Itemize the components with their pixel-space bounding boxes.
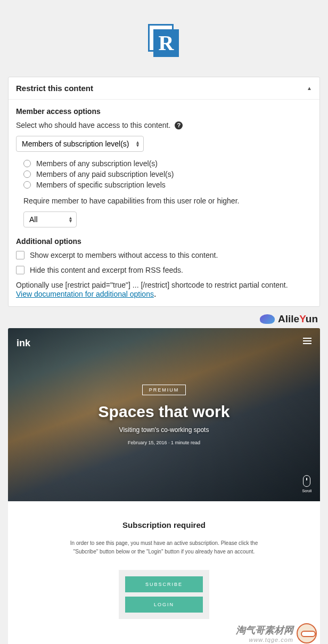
- hero-section: ink PREMIUM Spaces that work Visiting to…: [8, 328, 320, 501]
- panel-body: Member access options Select who should …: [9, 100, 319, 306]
- login-button[interactable]: LOGIN: [125, 597, 203, 613]
- role-select-value: All: [29, 215, 38, 224]
- radio-specific[interactable]: Members of specific subscription levels: [23, 181, 312, 189]
- mouse-icon: [303, 475, 310, 487]
- hero-meta: February 15, 2016 · 1 minute read: [128, 440, 200, 445]
- logo-area: R: [8, 0, 320, 77]
- panel-header[interactable]: Restrict this content ▲: [9, 77, 319, 100]
- checkbox-icon: [16, 266, 24, 274]
- role-description: Require member to have capabilities from…: [23, 197, 312, 205]
- subscription-level-select[interactable]: Members of subscription level(s) ▴▾: [16, 136, 144, 152]
- scroll-indicator[interactable]: Scroll: [302, 475, 311, 493]
- member-access-heading: Member access options: [16, 107, 312, 116]
- subscription-required-title: Subscription required: [19, 520, 309, 529]
- radio-icon: [23, 181, 31, 189]
- additional-options-heading: Additional options: [16, 237, 312, 246]
- radio-icon: [23, 160, 31, 167]
- alileyun-watermark: AlileYun: [8, 313, 320, 328]
- radio-icon: [23, 170, 31, 178]
- premium-badge: PREMIUM: [142, 385, 186, 395]
- chevron-updown-icon: ▴▾: [136, 141, 139, 147]
- radio-any-level[interactable]: Members of any subscription level(s): [23, 159, 312, 168]
- collapse-icon[interactable]: ▲: [307, 85, 312, 91]
- panel-title: Restrict this content: [16, 84, 93, 93]
- mascot-icon: [297, 623, 317, 643]
- role-select[interactable]: All ▴▾: [23, 211, 77, 227]
- subscribe-button[interactable]: SUBSCRIBE: [125, 576, 203, 592]
- hamburger-icon[interactable]: [303, 338, 311, 344]
- checkbox-show-excerpt[interactable]: Show excerpt to members without access t…: [16, 251, 312, 259]
- hero-title: Spaces that work: [99, 403, 230, 421]
- tqge-watermark: 淘气哥素材网 www.tqge.com: [236, 623, 317, 643]
- subscription-required-desc: In order to see this page, you must have…: [63, 539, 265, 556]
- select-value: Members of subscription level(s): [22, 140, 129, 148]
- ink-logo[interactable]: ink: [17, 338, 30, 349]
- radio-any-paid[interactable]: Members of any paid subscription level(s…: [23, 170, 312, 178]
- chevron-updown-icon: ▴▾: [69, 216, 72, 223]
- theme-preview: ink PREMIUM Spaces that work Visiting to…: [8, 328, 320, 644]
- hero-subtitle: Visiting town's co-working spots: [119, 426, 209, 434]
- documentation-link[interactable]: View documentation for additional option…: [16, 290, 154, 298]
- member-type-radios: Members of any subscription level(s) Mem…: [16, 159, 312, 189]
- help-icon[interactable]: ?: [175, 121, 183, 129]
- shortcode-hint: Optionally use [restrict paid="true"] ..…: [16, 281, 312, 289]
- access-description: Select who should have access to this co…: [16, 121, 170, 129]
- restrict-panel: Restrict this content ▲ Member access op…: [8, 77, 320, 307]
- checkbox-icon: [16, 251, 24, 259]
- cloud-icon: [260, 314, 275, 324]
- checkbox-hide-rss[interactable]: Hide this content and excerpt from RSS f…: [16, 266, 312, 274]
- button-group: SUBSCRIBE LOGIN: [119, 570, 209, 619]
- restrict-logo: R: [148, 24, 180, 56]
